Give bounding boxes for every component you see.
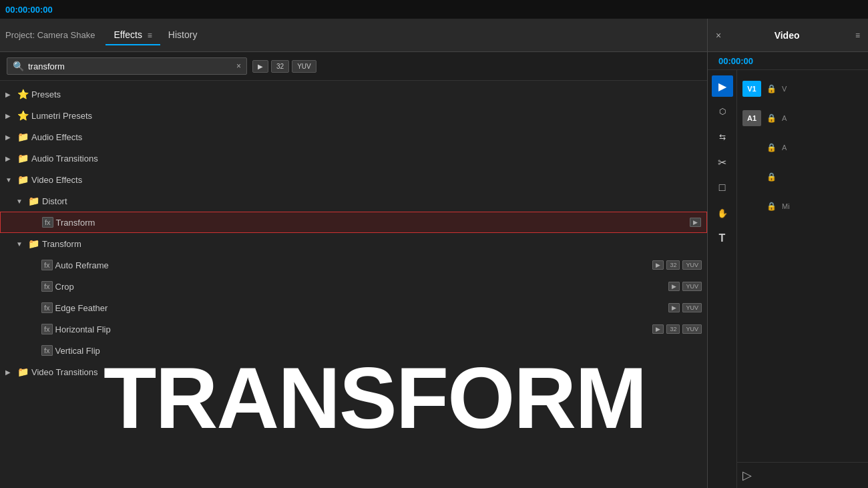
badge-32: 32 [666,324,680,334]
filter-yuv-button[interactable]: YUV [292,60,316,73]
lock-icon-master[interactable]: 🔒 [767,202,777,211]
play-icon[interactable]: ▷ [742,468,752,483]
filter-32bit-button[interactable]: 32 [271,60,289,73]
right-panel-menu-icon[interactable]: ≡ [855,31,860,40]
timecode-display: 00:00:00:00 [5,5,53,15]
effect-icon: fx [42,217,53,228]
item-label: Vertical Flip [55,346,702,356]
tool-icons: ▶ ⬡ ⇆ ✂ □ ✋ T [708,70,737,488]
track-row-master: 🔒 Mi [737,193,868,220]
track-content-v1: V [782,85,787,93]
effects-menu-icon[interactable]: ≡ [148,31,152,40]
tree-item-edge-feather[interactable]: ▶ fx Edge Feather ▶ YUV [0,297,707,318]
effect-icon: fx [41,345,53,356]
tree-item-horizontal-flip[interactable]: ▶ fx Horizontal Flip ▶ 32 YUV [0,318,707,340]
folder-icon: 📁 [28,196,39,206]
track-row-v1: V1 🔒 V [737,75,868,102]
spacer: ▶ [29,326,39,333]
effect-icon: fx [41,260,53,270]
timeline-tracks: V1 🔒 V A1 🔒 A 🔒 A [737,70,868,462]
item-badges: ▶ 32 YUV [652,260,702,270]
effect-icon: fx [41,302,53,313]
item-label: Transform [42,239,702,249]
item-badges: ▶ [690,218,701,227]
item-label: Video Transitions [31,367,702,377]
tool-select[interactable]: ▶ [712,75,733,97]
tree-item-lumetri[interactable]: ▶ ⭐ Lumetri Presets [0,105,707,126]
tree-item-video-transitions[interactable]: ▶ 📁 Video Transitions [0,361,707,383]
tree-item-transform-effect[interactable]: ▶ fx Transform ▶ [0,212,707,233]
tree-item-audio-effects[interactable]: ▶ 📁 Audio Effects [0,126,707,148]
tool-track-select[interactable]: ⬡ [712,101,733,122]
tree-item-distort[interactable]: ▼ 📁 Distort [0,190,707,212]
tab-effects[interactable]: Effects ≡ [105,25,160,45]
effect-icon: fx [41,324,53,334]
timecode-bar: 00:00:00:00 [0,0,868,19]
item-label: Audio Effects [31,132,702,142]
item-badges: ▶ YUV [668,282,702,291]
spacer: ▶ [29,304,39,312]
right-timecode: 00:00:00 [713,53,758,69]
clear-search-icon[interactable]: × [236,61,241,71]
item-label: Video Effects [31,175,702,185]
badge-accel: ▶ [652,260,664,270]
tree-list: ▶ ⭐ Presets ▶ ⭐ Lumetri Presets ▶ 📁 Audi… [0,81,707,488]
tool-text[interactable]: T [712,228,733,249]
project-label: Project: Camera Shake [5,30,95,40]
tool-razor[interactable]: ✂ [712,152,733,173]
item-label: Transform [56,218,687,228]
badge-32: 32 [666,260,680,270]
search-input[interactable] [28,61,232,71]
chevron-icon: ▼ [5,176,15,184]
tab-history[interactable]: History [160,25,206,45]
tree-item-crop[interactable]: ▶ fx Crop ▶ YUV [0,276,707,297]
right-panel: × Video ≡ 00:00:00 ▶ ⬡ ⇆ ✂ □ ✋ T [708,19,868,488]
item-label: Distort [42,196,702,206]
main-layout: Project: Camera Shake Effects ≡ History … [0,19,868,488]
tool-rect[interactable]: □ [712,177,733,198]
folder-star-icon: ⭐ [17,110,29,121]
item-label: Edge Feather [55,303,666,313]
track-content-master: Mi [782,202,790,210]
badge-accel: ▶ [690,218,701,227]
chevron-icon: ▶ [5,155,15,162]
right-panel-header: × Video ≡ [708,19,868,52]
item-label: Auto Reframe [55,260,650,270]
panel-tabs: Project: Camera Shake Effects ≡ History [0,19,707,52]
chevron-icon: ▶ [5,91,15,98]
chevron-icon: ▶ [5,112,15,119]
search-icon: 🔍 [13,61,24,71]
badge-yuv: YUV [682,282,702,291]
tool-ripple[interactable]: ⇆ [712,126,733,148]
tree-item-video-effects[interactable]: ▼ 📁 Video Effects [0,169,707,190]
tool-hand[interactable]: ✋ [712,202,733,224]
lock-icon-a1[interactable]: 🔒 [767,113,777,123]
track-row-a3: 🔒 [737,164,868,190]
close-icon[interactable]: × [716,30,721,41]
badge-accel: ▶ [652,324,664,334]
tree-item-presets[interactable]: ▶ ⭐ Presets [0,83,707,105]
tree-item-vertical-flip[interactable]: ▶ fx Vertical Flip [0,340,707,361]
track-row-a1: A1 🔒 A [737,105,868,132]
chevron-icon: ▼ [16,198,25,205]
item-label: Horizontal Flip [55,324,650,334]
tree-item-audio-transitions[interactable]: ▶ 📁 Audio Transitions [0,148,707,169]
track-label-v1[interactable]: V1 [742,81,761,97]
filter-accel-button[interactable]: ▶ [252,60,268,73]
effects-panel: Project: Camera Shake Effects ≡ History … [0,19,708,488]
lock-icon-a2[interactable]: 🔒 [767,143,777,152]
chevron-icon: ▼ [16,240,25,248]
track-label-a1[interactable]: A1 [742,110,761,126]
tree-item-transform-folder[interactable]: ▼ 📁 Transform [0,233,707,254]
item-badges: ▶ 32 YUV [652,324,702,334]
badge-accel: ▶ [668,282,680,291]
tree-item-auto-reframe[interactable]: ▶ fx Auto Reframe ▶ 32 YUV [0,254,707,276]
spacer: ▶ [29,262,39,269]
lock-icon-v1[interactable]: 🔒 [767,84,777,93]
item-badges: ▶ YUV [668,303,702,312]
folder-icon: 📁 [17,132,29,142]
timeline-area: V1 🔒 V A1 🔒 A 🔒 A [737,70,868,488]
spacer: ▶ [30,219,39,226]
badge-yuv: YUV [682,260,702,270]
lock-icon-a3[interactable]: 🔒 [767,172,777,182]
